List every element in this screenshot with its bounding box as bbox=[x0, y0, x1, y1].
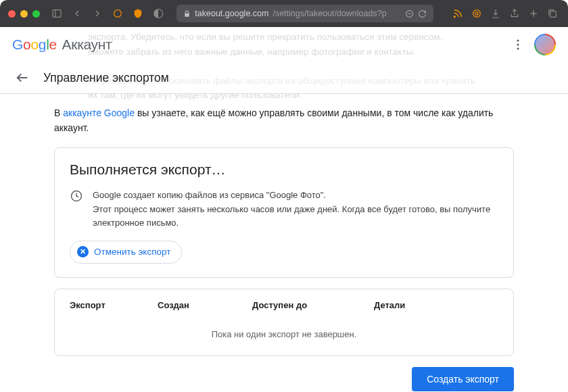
export-progress-card: Выполняется экспорт… Google создает копи… bbox=[54, 147, 514, 277]
svg-point-12 bbox=[517, 43, 519, 45]
svg-point-5 bbox=[454, 16, 455, 18]
back-icon[interactable] bbox=[70, 6, 85, 21]
url-path: /settings/takeout/downloads?p bbox=[273, 9, 386, 18]
maximize-window-icon[interactable] bbox=[32, 10, 40, 18]
google-account-link[interactable]: аккаунте Google bbox=[63, 107, 135, 118]
page-title: Управление экспортом bbox=[43, 71, 169, 85]
new-tab-icon[interactable] bbox=[526, 6, 541, 21]
share-icon[interactable] bbox=[507, 6, 522, 21]
cancel-x-icon: ✕ bbox=[77, 246, 89, 258]
address-bar[interactable]: takeout.google.com/settings/takeout/down… bbox=[176, 5, 433, 22]
sidebar-toggle-icon[interactable] bbox=[49, 6, 64, 21]
account-label: Аккаунт bbox=[62, 36, 112, 52]
reader-icon[interactable] bbox=[405, 9, 414, 18]
clock-icon bbox=[70, 189, 83, 203]
window-controls bbox=[8, 10, 40, 18]
table-header: Экспорт Создан Доступен до Детали bbox=[70, 300, 498, 320]
google-header: Google Аккаунт bbox=[0, 27, 568, 61]
forward-icon[interactable] bbox=[90, 6, 105, 21]
privacy-icon[interactable] bbox=[151, 6, 166, 21]
cancel-export-button[interactable]: ✕ Отменить экспорт bbox=[70, 241, 182, 264]
svg-point-11 bbox=[517, 39, 519, 41]
svg-point-6 bbox=[473, 10, 481, 18]
svg-point-13 bbox=[517, 47, 519, 49]
svg-rect-0 bbox=[53, 10, 61, 18]
google-logo[interactable]: Google Аккаунт bbox=[12, 36, 112, 53]
browser-toolbar: takeout.google.com/settings/takeout/down… bbox=[0, 0, 568, 27]
tabs-icon[interactable] bbox=[545, 6, 560, 21]
create-export-button[interactable]: Создать экспорт bbox=[412, 367, 514, 391]
svg-rect-10 bbox=[550, 11, 557, 18]
svg-point-7 bbox=[475, 12, 478, 15]
page-body: экспорта. Убедитесь, что если вы решите … bbox=[0, 27, 568, 392]
intro-text: В аккаунте Google вы узнаете, как ещё мо… bbox=[54, 106, 514, 135]
exports-table: Экспорт Создан Доступен до Детали Пока н… bbox=[54, 289, 514, 356]
svg-point-2 bbox=[114, 10, 122, 18]
rss-icon[interactable] bbox=[450, 6, 465, 21]
col-export: Экспорт bbox=[70, 300, 158, 310]
close-window-icon[interactable] bbox=[8, 10, 16, 18]
extension-icon[interactable] bbox=[110, 6, 125, 21]
sub-header: Управление экспортом bbox=[0, 61, 568, 94]
reload-icon[interactable] bbox=[418, 9, 427, 18]
col-created: Создан bbox=[158, 300, 252, 310]
downloads-icon[interactable] bbox=[488, 6, 503, 21]
lock-icon bbox=[183, 10, 191, 18]
table-empty-text: Пока ни один экспорт не завершен. bbox=[70, 320, 498, 342]
col-available: Доступен до bbox=[252, 300, 374, 310]
progress-description: Google создает копию файлов из сервиса "… bbox=[93, 189, 498, 229]
avatar[interactable] bbox=[534, 34, 556, 55]
more-options-icon[interactable] bbox=[510, 36, 526, 53]
col-details: Детали bbox=[374, 300, 498, 310]
url-host: takeout.google.com bbox=[195, 9, 268, 18]
back-arrow-icon[interactable] bbox=[15, 70, 30, 85]
progress-title: Выполняется экспорт… bbox=[70, 162, 498, 178]
extension2-icon[interactable] bbox=[469, 6, 484, 21]
adblock-icon[interactable] bbox=[131, 6, 145, 21]
minimize-window-icon[interactable] bbox=[20, 10, 28, 18]
cancel-export-label: Отменить экспорт bbox=[94, 247, 170, 257]
